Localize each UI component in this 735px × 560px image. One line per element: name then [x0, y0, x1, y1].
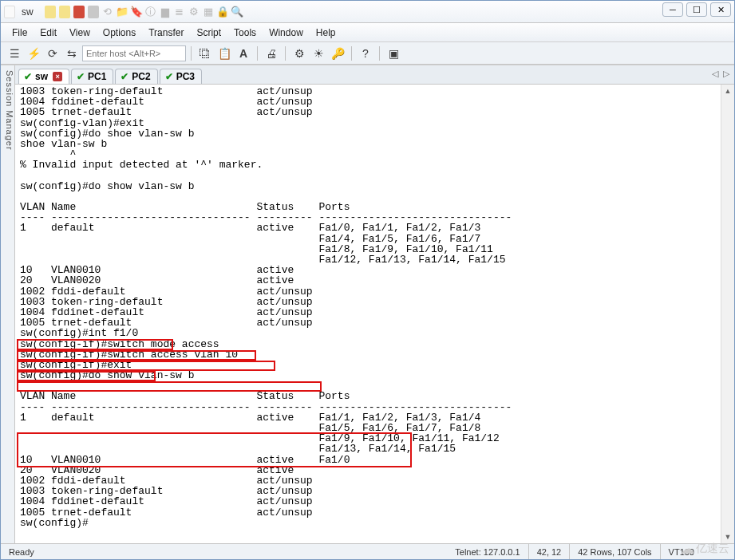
print-button[interactable]: 🖨	[263, 45, 280, 62]
terminal-line: Fa1/4, Fa1/5, Fa1/6, Fa1/7	[20, 234, 717, 244]
terminal-line: 1005 trnet-default act/unsup	[20, 507, 717, 518]
chart-icon: ▆	[160, 6, 171, 18]
terminal-line: Fa1/13, Fa1/14, Fa1/15	[20, 444, 717, 454]
close-button[interactable]: ✕	[710, 2, 731, 17]
menu-options[interactable]: Options	[97, 25, 142, 41]
maximize-button[interactable]: ☐	[686, 2, 707, 17]
disconnect-button[interactable]: ⇆	[63, 45, 81, 62]
tab-navigation: ◁ ▷	[712, 69, 729, 79]
menu-edit[interactable]: Edit	[34, 25, 63, 41]
titlebar[interactable]: sw ⟲ 📁 🔖 ⓘ ▆ ≣ ⚙ ▦ 🔒 🔍 ─ ☐ ✕	[1, 1, 734, 23]
tab-label: PC1	[88, 71, 106, 82]
separator	[379, 46, 380, 61]
tag-icon: 🔖	[131, 6, 142, 18]
toolbar: ☰ ⚡ ⟳ ⇆ ⿻ 📋 A 🖨 ⚙ ☀ 🔑 ? ▣	[1, 42, 734, 65]
separator	[285, 46, 286, 61]
help-button[interactable]: ?	[357, 45, 374, 62]
tab-close-icon[interactable]: ×	[53, 72, 62, 81]
search-faded-icon: 🔍	[231, 6, 243, 18]
separator	[351, 46, 352, 61]
menu-transfer[interactable]: Transfer	[142, 25, 190, 41]
menu-file[interactable]: File	[6, 25, 34, 41]
terminal-line: sw(config)#	[20, 518, 717, 528]
tab-pc2[interactable]: ✔PC2	[115, 69, 157, 84]
copy-button[interactable]: ⿻	[196, 45, 214, 62]
separator	[257, 46, 258, 61]
terminal-line: 10 VLAN0010 active Fa1/0	[20, 455, 717, 465]
terminal-line: sw(config)#int f1/0	[20, 328, 717, 338]
titlebar-accent-red	[73, 6, 85, 18]
titlebar-accent-yellow-2	[59, 6, 70, 18]
window-title: sw	[22, 6, 34, 18]
tab-pc3[interactable]: ✔PC3	[160, 69, 202, 84]
check-icon: ✔	[77, 71, 85, 82]
terminal-line: 1002 fddi-default act/unsup	[20, 286, 717, 297]
grid-icon: ▦	[203, 6, 214, 18]
terminal-line: ---- -------------------------------- --…	[20, 402, 717, 412]
scroll-down-icon[interactable]: ▼	[721, 530, 734, 543]
status-size: 42 Rows, 107 Cols	[570, 544, 660, 559]
tab-sw[interactable]: ✔sw×	[18, 69, 69, 84]
titlebar-accent-yellow	[45, 6, 56, 18]
menu-view[interactable]: View	[63, 25, 97, 41]
menubar: File Edit View Options Transfer Script T…	[1, 23, 734, 42]
terminal-line: 20 VLAN0020 active	[20, 275, 717, 286]
terminal-line: sw(config-if)#switch mode access	[20, 339, 717, 349]
settings-button[interactable]: ⚙	[290, 45, 308, 62]
main-column: ✔sw×✔PC1✔PC2✔PC3 ◁ ▷ 1003 token-ring-def…	[15, 65, 734, 543]
key-button[interactable]: 🔑	[329, 45, 346, 62]
session-manager-button[interactable]: ☰	[6, 45, 23, 62]
session-options-button[interactable]: ☀	[310, 45, 327, 62]
separator	[191, 46, 192, 61]
terminal-line: sw(config)#do shoe vlan-sw b	[20, 128, 717, 139]
lock-faded-icon: 🔒	[217, 6, 228, 18]
terminal-line: sw(config-vlan)#exit	[20, 118, 717, 128]
terminal-line: 1003 token-ring-default act/unsup	[20, 297, 717, 307]
new-window-button[interactable]: ▣	[385, 45, 402, 62]
scroll-up-icon[interactable]: ▲	[721, 85, 734, 97]
tab-pc1[interactable]: ✔PC1	[71, 69, 113, 84]
tab-label: PC3	[176, 71, 195, 82]
reload-icon: ⟲	[102, 6, 113, 18]
paste-button[interactable]: 📋	[215, 45, 233, 62]
menu-tools[interactable]: Tools	[227, 25, 263, 41]
tab-scroll-left[interactable]: ◁	[712, 69, 718, 79]
menu-window[interactable]: Window	[263, 25, 310, 41]
app-icon	[4, 6, 15, 18]
terminal-line: 1005 trnet-default act/unsup	[20, 107, 717, 117]
terminal-line: % Invalid input detected at '^' marker.	[20, 160, 717, 170]
statusbar: Ready Telnet: 127.0.0.1 42, 12 42 Rows, …	[1, 543, 734, 559]
terminal-scrollbar[interactable]: ▲ ▼	[721, 85, 734, 543]
terminal-line	[20, 171, 717, 181]
titlebar-icons: sw ⟲ 📁 🔖 ⓘ ▆ ≣ ⚙ ▦ 🔒 🔍	[4, 6, 243, 18]
info-icon: ⓘ	[145, 6, 156, 18]
terminal-line: sw(config)#do show vlan-sw b	[20, 181, 717, 191]
status-connection: Telnet: 127.0.0.1	[447, 544, 528, 559]
app-window: sw ⟲ 📁 🔖 ⓘ ▆ ≣ ⚙ ▦ 🔒 🔍 ─ ☐ ✕ File Edit V…	[0, 0, 735, 560]
menu-help[interactable]: Help	[310, 25, 342, 41]
body-area: Session Manager ✔sw×✔PC1✔PC2✔PC3 ◁ ▷ 100…	[1, 65, 734, 543]
check-icon: ✔	[165, 71, 173, 82]
reconnect-button[interactable]: ⟳	[44, 45, 61, 62]
minimize-button[interactable]: ─	[662, 2, 683, 17]
gear-faded-icon: ⚙	[188, 6, 200, 18]
terminal-line: shoe vlan-sw b	[20, 139, 717, 149]
quick-connect-button[interactable]: ⚡	[25, 45, 42, 62]
folder-icon: 📁	[117, 6, 128, 18]
terminal[interactable]: 1003 token-ring-default act/unsup1004 fd…	[15, 85, 721, 543]
terminal-line: 1004 fddinet-default act/unsup	[20, 496, 717, 507]
tab-label: PC2	[132, 71, 150, 82]
titlebar-accent-gray	[88, 6, 99, 18]
terminal-area: 1003 token-ring-default act/unsup1004 fd…	[15, 85, 734, 543]
status-ready: Ready	[1, 544, 447, 559]
menu-script[interactable]: Script	[190, 25, 227, 41]
host-input[interactable]	[82, 45, 186, 61]
terminal-line: 1 default active Fa1/0, Fa1/1, Fa1/2, Fa…	[20, 223, 717, 233]
session-manager-sidebar[interactable]: Session Manager	[1, 65, 15, 543]
window-controls: ─ ☐ ✕	[662, 2, 731, 17]
tab-label: sw	[35, 71, 48, 82]
lines-icon: ≣	[174, 6, 185, 18]
tabstrip: ✔sw×✔PC1✔PC2✔PC3 ◁ ▷	[15, 65, 734, 85]
tab-scroll-right[interactable]: ▷	[723, 69, 729, 79]
find-button[interactable]: A	[235, 45, 252, 62]
